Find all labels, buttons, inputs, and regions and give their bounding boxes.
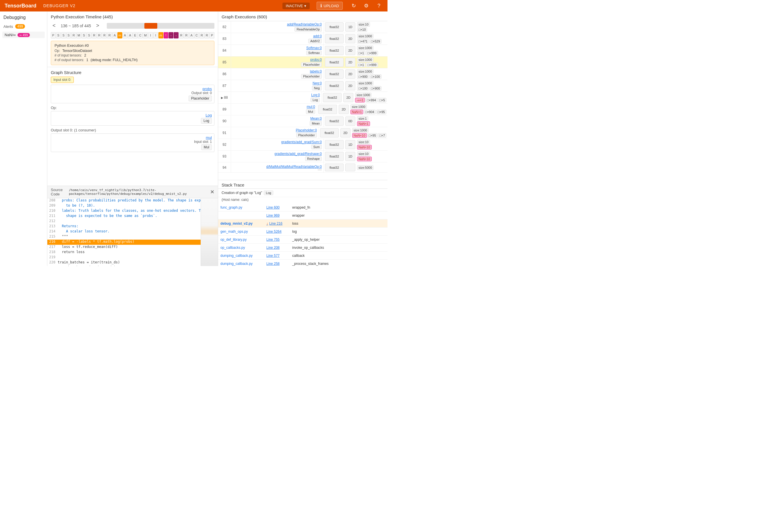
stack-line[interactable]: Line 5264 <box>264 228 290 235</box>
stack-file[interactable] <box>218 214 264 217</box>
sizes-column: size:1 NaN×1 <box>356 115 388 127</box>
op-name[interactable]: probs:0 <box>310 58 322 62</box>
row-num[interactable]: 93 <box>218 151 231 162</box>
exec-letter[interactable]: R <box>179 32 184 38</box>
refresh-button[interactable]: ↻ <box>349 2 357 10</box>
exec-letter[interactable]: S <box>61 32 66 38</box>
exec-letter-neg[interactable]: - <box>168 32 173 38</box>
exec-letter[interactable]: m <box>158 32 163 38</box>
exec-letter[interactable]: R <box>71 32 76 38</box>
op-name[interactable]: Neg:0 <box>312 81 322 85</box>
output-op-name[interactable]: mul <box>206 135 212 140</box>
stack-line[interactable]: Line 258 <box>264 261 290 266</box>
alerts-row[interactable]: Alerts 499 <box>0 22 47 30</box>
op-name[interactable]: d/MatMul/MatMul/ReadVariableOp:0 <box>266 165 322 169</box>
op-name[interactable]: labels:0 <box>310 69 322 73</box>
row-num[interactable]: 87 <box>218 80 231 92</box>
row-num[interactable]: 82 <box>218 21 231 33</box>
size-badge: □×1 <box>357 63 365 67</box>
status-selector[interactable]: INACTIVE ▾ <box>282 3 310 9</box>
row-num[interactable]: 89 <box>218 104 231 115</box>
upload-button[interactable]: ℹ UPLOAD <box>316 2 343 10</box>
exec-letter-active[interactable]: m <box>117 32 122 38</box>
exec-letter[interactable]: S <box>56 32 61 38</box>
exec-letter[interactable]: R <box>97 32 102 38</box>
next-button[interactable]: > <box>94 22 101 29</box>
exec-letter[interactable]: A <box>189 32 194 38</box>
stack-line[interactable]: Line 600 <box>264 204 290 211</box>
exec-letter[interactable]: E <box>133 32 138 38</box>
prev-button[interactable]: < <box>51 22 57 29</box>
exec-letter[interactable]: R <box>204 32 209 38</box>
stack-line[interactable]: Line 755 <box>264 236 290 243</box>
row-num[interactable]: ▶88 <box>218 92 231 103</box>
exec-letter-nan[interactable]: ! <box>164 32 168 38</box>
exec-letter[interactable]: R <box>107 32 112 38</box>
exec-letter[interactable]: P <box>51 32 56 38</box>
close-icon[interactable]: ✕ <box>210 189 214 195</box>
op-name[interactable]: mul:0 <box>306 105 315 109</box>
op-name[interactable]: Mean:0 <box>310 117 322 121</box>
op-name[interactable]: add/ReadVariableOp:0 <box>287 22 322 26</box>
exec-letter[interactable]: R <box>199 32 204 38</box>
op-name[interactable]: Log <box>205 113 212 117</box>
op-name[interactable]: gradients/add_grad/Sum:0 <box>281 140 322 144</box>
source-lines[interactable]: 208 probs: Class probabilities predicted… <box>47 198 201 266</box>
exec-letter[interactable]: A <box>112 32 117 38</box>
slider-thumb[interactable] <box>144 23 157 29</box>
stack-line-highlighted[interactable]: ↓Line 216 <box>264 220 290 227</box>
exec-letter[interactable]: P <box>209 32 214 38</box>
exec-letter[interactable]: R <box>102 32 107 38</box>
source-path: /home/cais/venv_tf_nightly/lib/python3.7… <box>69 188 207 196</box>
op-name[interactable]: Log:0 <box>311 93 320 97</box>
row-num[interactable]: 90 <box>218 115 231 127</box>
stack-file[interactable]: op_callbacks.py <box>218 244 264 251</box>
exec-letter[interactable]: S <box>87 32 92 38</box>
stack-func: _apply_op_helper <box>290 236 388 243</box>
row-num[interactable]: 84 <box>218 45 231 56</box>
op-name[interactable]: Placeholder:0 <box>296 128 316 132</box>
stack-table[interactable]: func_graph.py Line 600 wrapped_fn Line 9… <box>218 203 388 266</box>
sizes-column: size:1000 □×1 □×999 <box>356 57 388 68</box>
nan-row[interactable]: NaN/∞ ∞ 499 <box>2 32 45 38</box>
stack-file[interactable]: dumping_callback.py <box>218 261 264 266</box>
settings-button[interactable]: ⚙ <box>362 2 370 10</box>
exec-letter[interactable]: C <box>194 32 199 38</box>
exec-letter[interactable]: M <box>76 32 81 38</box>
exec-letter[interactable]: M <box>143 32 148 38</box>
stack-line[interactable]: Line 577 <box>264 253 290 259</box>
exec-letter[interactable]: I <box>153 32 158 38</box>
input-op-name[interactable]: probs <box>202 87 212 91</box>
timeline-slider[interactable] <box>107 23 214 29</box>
exec-letter[interactable]: S <box>66 32 71 38</box>
stack-line[interactable]: Line 208 <box>264 244 290 251</box>
stack-file[interactable]: gen_math_ops.py <box>218 228 264 235</box>
op-name[interactable]: gradients/add_grad/Reshape:0 <box>274 152 322 156</box>
op-graph-box: Log Log <box>51 111 214 126</box>
exec-letter[interactable]: A <box>128 32 133 38</box>
row-num[interactable]: 83 <box>218 33 231 44</box>
stack-line[interactable]: Line 969 <box>264 212 290 219</box>
row-num[interactable]: 91 <box>218 127 231 139</box>
stack-file[interactable]: debug_mnist_v2.py <box>218 220 264 227</box>
exec-letter[interactable]: R <box>184 32 189 38</box>
exec-letter[interactable]: S <box>81 32 86 38</box>
exec-letter[interactable]: R <box>92 32 97 38</box>
row-num[interactable]: 92 <box>218 139 231 150</box>
exec-letter[interactable]: C <box>138 32 143 38</box>
size-badge: size:1000 <box>357 34 373 38</box>
stack-file[interactable]: dumping_callback.py <box>218 253 264 259</box>
exec-letter[interactable]: A <box>123 32 127 38</box>
nan-label: NaN/∞ <box>5 33 16 37</box>
row-num[interactable]: 94 <box>218 162 231 172</box>
row-num[interactable]: 85 <box>218 57 231 68</box>
op-name[interactable]: add:0 <box>313 34 322 38</box>
row-num[interactable]: 86 <box>218 68 231 80</box>
stack-file[interactable]: op_def_library.py <box>218 236 264 243</box>
op-name[interactable]: Softmax:0 <box>306 46 322 50</box>
exec-table[interactable]: 82 add/ReadVariableOp:0 ReadVariableOp f… <box>218 21 388 180</box>
exec-letter[interactable]: I <box>148 32 153 38</box>
stack-file[interactable]: func_graph.py <box>218 204 264 211</box>
help-button[interactable]: ? <box>375 2 383 10</box>
exec-letter-neg[interactable]: - <box>174 32 178 38</box>
